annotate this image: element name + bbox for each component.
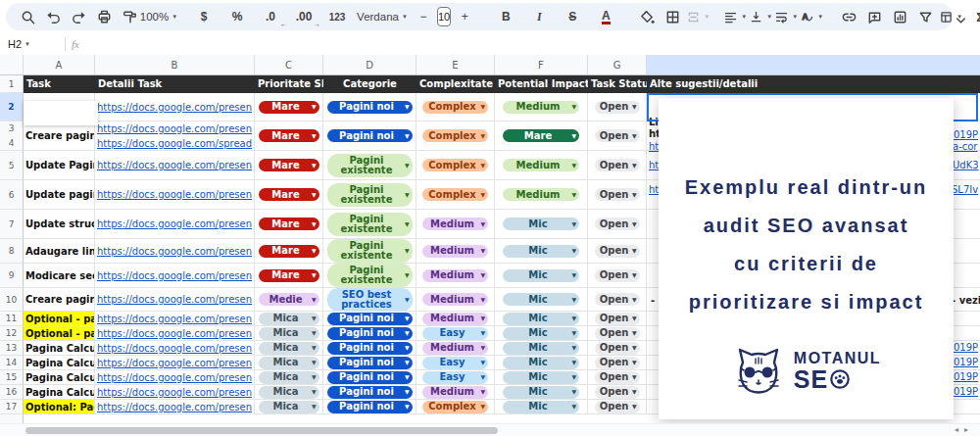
prioritate-dropdown-chip[interactable]: Mare▼ — [259, 218, 319, 230]
impact-cell[interactable]: Mic▼ — [495, 210, 588, 239]
complexitate-dropdown-chip[interactable]: Complex▼ — [422, 129, 488, 142]
status-cell[interactable]: Open▼ — [588, 180, 647, 210]
prioritate-cell[interactable]: Mare▼ — [255, 93, 323, 121]
task-cell[interactable]: Optional: Pagin — [24, 400, 95, 414]
categorie-dropdown-chip[interactable]: Pagini existente▼ — [327, 154, 413, 177]
complexitate-dropdown-chip[interactable]: Easy▼ — [422, 357, 488, 369]
detalii-cell[interactable]: https://docs.google.com/presen — [95, 239, 255, 264]
complexitate-dropdown-chip[interactable]: Medium▼ — [422, 386, 488, 399]
complexitate-dropdown-chip[interactable]: Complex▼ — [422, 188, 488, 201]
strikethrough-button[interactable]: S — [557, 5, 588, 28]
row-number[interactable]: 5 — [0, 151, 23, 179]
task-cell[interactable]: Update pagina — [24, 180, 95, 210]
task-link[interactable]: https://docs.google.com/spread — [95, 136, 254, 151]
impact-cell[interactable]: Mic▼ — [495, 341, 588, 356]
categorie-dropdown-chip[interactable]: Pagini noi▼ — [327, 313, 413, 325]
impact-cell[interactable]: Medium▼ — [495, 151, 588, 180]
impact-dropdown-chip[interactable]: Medium▼ — [503, 188, 579, 201]
complexitate-dropdown-chip[interactable]: Medium▼ — [422, 342, 488, 355]
task-link[interactable]: https://docs.google.com/presen — [95, 244, 254, 259]
fill-color-button[interactable] — [635, 5, 659, 28]
status-dropdown-chip[interactable]: Open▼ — [595, 371, 640, 384]
prioritate-cell[interactable]: Mica▼ — [255, 312, 323, 326]
categorie-cell[interactable]: Pagini noi▼ — [323, 385, 416, 400]
increase-decimals-button[interactable]: .00→ — [288, 5, 319, 28]
complexitate-cell[interactable]: Easy▼ — [416, 370, 495, 385]
formula-input[interactable] — [79, 33, 980, 55]
detalii-cell[interactable]: https://docs.google.com/presen — [95, 93, 255, 121]
categorie-dropdown-chip[interactable]: Pagini noi▼ — [327, 327, 413, 340]
column-header-g[interactable]: G — [588, 55, 647, 74]
complexitate-dropdown-chip[interactable]: Medium▼ — [422, 313, 488, 325]
detalii-cell[interactable]: https://docs.google.com/presen — [95, 264, 255, 288]
increase-font-size-button[interactable]: + — [453, 5, 476, 28]
impact-dropdown-chip[interactable]: Mic▼ — [503, 313, 579, 325]
status-cell[interactable]: Open▼ — [588, 400, 647, 414]
detalii-cell[interactable]: https://docs.google.com/presen — [95, 370, 255, 385]
prioritate-cell[interactable]: Mare▼ — [255, 180, 323, 210]
status-dropdown-chip[interactable]: Open▼ — [595, 342, 640, 355]
complexitate-cell[interactable]: Easy▼ — [416, 326, 495, 341]
row-number[interactable]: 14 — [0, 356, 23, 369]
task-link[interactable]: https://docs.google.com/presen — [95, 121, 254, 136]
insert-chart-button[interactable] — [888, 5, 911, 28]
categorie-cell[interactable]: Pagini noi▼ — [323, 356, 416, 370]
impact-dropdown-chip[interactable]: Mic▼ — [503, 386, 579, 399]
header-cell[interactable]: Complexitate — [416, 75, 495, 93]
row-number-cell[interactable]: 8 — [0, 239, 24, 264]
prioritate-cell[interactable]: Mica▼ — [255, 370, 323, 385]
complexitate-dropdown-chip[interactable]: Medium▼ — [422, 269, 488, 282]
impact-cell[interactable]: Mic▼ — [495, 370, 588, 385]
complexitate-cell[interactable]: Medium▼ — [416, 288, 495, 312]
row-number[interactable]: 4 — [0, 136, 23, 151]
row-number-cell[interactable]: 11 — [0, 312, 24, 326]
column-header-b[interactable]: B — [95, 55, 255, 74]
task-link[interactable]: https://docs.google.com/presen — [95, 400, 254, 413]
status-cell[interactable]: Open▼ — [588, 210, 647, 239]
prioritate-dropdown-chip[interactable]: Mare▼ — [259, 101, 319, 114]
redo-button[interactable] — [67, 5, 90, 28]
impact-dropdown-chip[interactable]: Mic▼ — [503, 357, 579, 369]
italic-button[interactable]: I — [523, 5, 555, 28]
status-cell[interactable]: Open▼ — [588, 326, 647, 341]
text-color-button[interactable]: A — [602, 10, 611, 24]
task-cell[interactable]: Pagina Calcula — [24, 385, 95, 400]
prioritate-dropdown-chip[interactable]: Mica▼ — [259, 386, 319, 399]
categorie-cell[interactable]: Pagini noi▼ — [323, 326, 416, 341]
collapse-toolbar-button[interactable] — [949, 8, 972, 31]
categorie-dropdown-chip[interactable]: Pagini existente▼ — [327, 183, 413, 207]
prioritate-dropdown-chip[interactable]: Mare▼ — [259, 269, 319, 282]
categorie-cell[interactable]: Pagini existente▼ — [323, 210, 416, 239]
task-cell[interactable]: Creare pagina — [24, 288, 95, 312]
column-header-e[interactable]: E — [416, 55, 495, 74]
status-cell[interactable]: Open▼ — [588, 356, 647, 370]
row-number[interactable]: 3 — [0, 121, 23, 136]
header-cell[interactable]: Potential Impact — [495, 75, 588, 93]
task-cell[interactable]: Optional - pagi — [24, 312, 95, 326]
link-fragment[interactable]: 019P — [954, 129, 978, 140]
complexitate-cell[interactable]: Complex▼ — [416, 121, 495, 151]
categorie-dropdown-chip[interactable]: Pagini noi▼ — [327, 342, 413, 355]
impact-cell[interactable]: Mic▼ — [495, 385, 588, 400]
impact-cell[interactable]: Medium▼ — [495, 180, 588, 210]
status-cell[interactable]: Open▼ — [588, 341, 647, 356]
horizontal-align-button[interactable]: ▼ — [723, 5, 747, 28]
impact-dropdown-chip[interactable]: Medium▼ — [503, 101, 579, 114]
status-cell[interactable]: Open▼ — [588, 385, 647, 400]
task-link[interactable]: https://docs.google.com/presen — [95, 370, 254, 384]
complexitate-cell[interactable]: Medium▼ — [416, 312, 495, 326]
status-cell[interactable]: Open▼ — [588, 312, 647, 326]
categorie-dropdown-chip[interactable]: Pagini existente▼ — [327, 264, 413, 287]
status-dropdown-chip[interactable]: Open▼ — [595, 293, 640, 306]
categorie-cell[interactable]: Pagini existente▼ — [323, 239, 416, 264]
complexitate-cell[interactable]: Medium▼ — [416, 239, 495, 264]
row-number[interactable]: 8 — [0, 239, 23, 263]
column-header-f[interactable]: F — [495, 55, 588, 74]
row-number[interactable]: 16 — [0, 385, 23, 399]
row-number[interactable]: 9 — [0, 264, 23, 287]
status-cell[interactable]: Open▼ — [588, 151, 647, 180]
impact-dropdown-chip[interactable]: Mic▼ — [503, 269, 579, 282]
status-dropdown-chip[interactable]: Open▼ — [595, 327, 640, 340]
complexitate-dropdown-chip[interactable]: Complex▼ — [422, 401, 488, 413]
status-cell[interactable]: Open▼ — [588, 288, 647, 312]
